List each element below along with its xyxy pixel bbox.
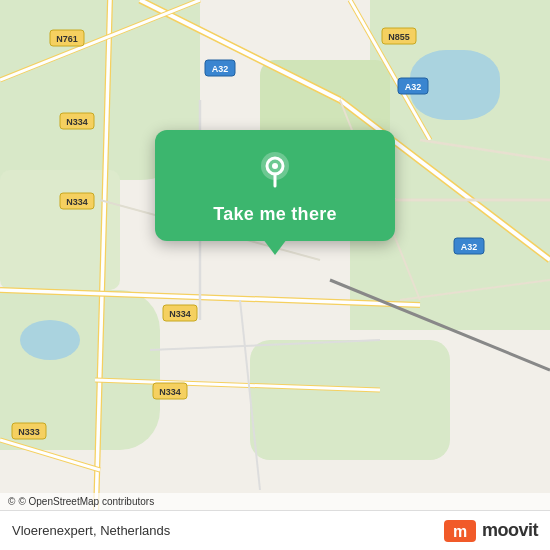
roads-svg: N761 A32 N334 N334 N334 N334 N333 A32 N8…: [0, 0, 550, 550]
svg-text:A32: A32: [212, 64, 229, 74]
svg-text:A32: A32: [461, 242, 478, 252]
svg-text:N761: N761: [56, 34, 78, 44]
cta-pointer: [263, 239, 287, 255]
svg-text:m: m: [453, 523, 467, 540]
location-pin-icon: [253, 148, 297, 192]
svg-line-15: [0, 440, 100, 470]
cta-button-text: Take me there: [213, 204, 337, 225]
location-label: Vloerenexpert, Netherlands: [12, 523, 170, 538]
svg-text:N334: N334: [159, 387, 181, 397]
svg-line-24: [400, 280, 550, 300]
svg-text:N334: N334: [66, 197, 88, 207]
cta-overlay[interactable]: Take me there: [155, 130, 395, 241]
svg-line-20: [150, 340, 380, 350]
svg-text:N855: N855: [388, 32, 410, 42]
moovit-m-icon: m: [444, 520, 476, 542]
moovit-logo: m moovit: [444, 520, 538, 542]
svg-line-21: [240, 300, 260, 490]
attribution-bar: © © OpenStreetMap contributors: [0, 493, 550, 510]
svg-line-1: [140, 0, 340, 100]
svg-text:N334: N334: [66, 117, 88, 127]
info-bar: Vloerenexpert, Netherlands m moovit: [0, 510, 550, 550]
map-container: N761 A32 N334 N334 N334 N334 N333 A32 N8…: [0, 0, 550, 550]
attribution-text: © OpenStreetMap contributors: [18, 496, 154, 507]
copyright-symbol: ©: [8, 496, 15, 507]
svg-line-9: [95, 380, 380, 390]
svg-text:N334: N334: [169, 309, 191, 319]
svg-text:A32: A32: [405, 82, 422, 92]
svg-line-16: [330, 280, 550, 370]
svg-text:N333: N333: [18, 427, 40, 437]
svg-line-23: [420, 140, 550, 160]
moovit-text: moovit: [482, 520, 538, 541]
svg-line-11: [0, 0, 200, 80]
svg-point-47: [272, 163, 278, 169]
